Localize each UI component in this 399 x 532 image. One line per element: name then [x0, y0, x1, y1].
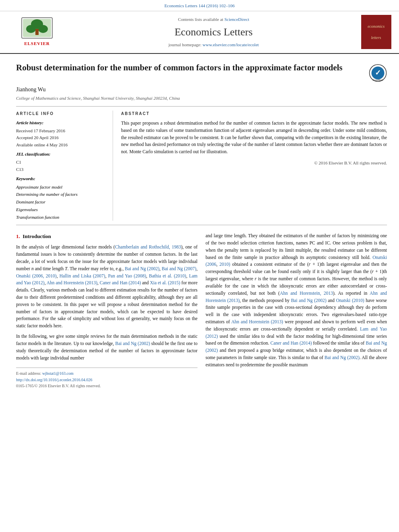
received-line: Received 17 February 2016 [16, 127, 105, 135]
body-right-column: and large time length. They obtained the… [206, 232, 387, 389]
ref-bai-ng-2007[interactable]: Bai and Ng (2007) [162, 266, 196, 271]
keyword-5: Transformation function [16, 214, 105, 221]
svg-text:✓: ✓ [375, 69, 381, 77]
ref-onatski-2006[interactable]: Onatski (2006 [206, 255, 387, 267]
section1-para2: In the following, we give some simple re… [16, 333, 197, 362]
article-info-heading: ARTICLE INFO [16, 111, 105, 117]
footnote-area: E-mail address: wjhstat1@163.com http://… [16, 368, 197, 389]
abstract-text: This paper proposes a robust determinati… [121, 120, 387, 156]
homepage-url[interactable]: www.elsevier.com/locate/ecolet [203, 42, 259, 47]
and-connector-1: and [220, 348, 226, 353]
elsevier-logo: ELSEVIER [21, 17, 53, 47]
abstract-copyright: © 2016 Elsevier B.V. All rights reserved… [121, 160, 387, 166]
keyword-1: Approximate factor model [16, 183, 105, 191]
accepted-line: Accepted 20 April 2016 [16, 134, 105, 142]
rights-line: 0165-1765/© 2016 Elsevier B.V. All right… [16, 383, 197, 389]
info-section: ARTICLE INFO Article history: Received 1… [16, 106, 387, 225]
journal-header: ELSEVIER Contents lists available at Sci… [0, 11, 399, 54]
jel-label: JEL classification: [16, 151, 105, 158]
keywords-label: Keywords: [16, 175, 105, 183]
ref-ahn-horenstein-2013[interactable]: Ahn and Horenstein (2013) [47, 280, 97, 285]
keyword-4: Eigenvalues [16, 206, 105, 214]
contents-line: Contents lists available at ScienceDirec… [73, 16, 354, 23]
section1-title-text: Introduction [23, 233, 51, 239]
sciencedirect-link[interactable]: ScienceDirect [224, 17, 249, 22]
doi-link[interactable]: http://dx.doi.org/10.1016/j.econlet.2016… [16, 378, 93, 382]
page: Economics Letters 144 (2016) 102–106 ELS… [0, 0, 399, 532]
section1-title: 1. Introduction [16, 232, 197, 240]
journal-cover-area: economics letters [358, 14, 394, 50]
article-content: Robust determination for the number of c… [0, 54, 399, 397]
keyword-3: Dominant factor [16, 198, 105, 206]
body-left-column: 1. Introduction In the analysis of large… [16, 232, 197, 389]
article-title-section: Robust determination for the number of c… [16, 62, 387, 82]
article-info-col: ARTICLE INFO Article history: Received 1… [16, 111, 113, 221]
right-para1: and large time length. They obtained the… [206, 232, 387, 368]
ref-ahn-hor-2013c[interactable]: Ahn and Horenstein (2013) [231, 319, 283, 324]
ref-caner-han-2014[interactable]: Caner and Han (2014) [270, 341, 312, 345]
journal-title: Economics Letters [73, 24, 354, 40]
svg-point-3 [38, 25, 48, 33]
history-label: Article history: [16, 119, 105, 127]
ref-bai-ng-2002[interactable]: Bai and Ng (2002) [125, 266, 159, 271]
ref-xia[interactable]: Xia et al. (2015) [150, 280, 180, 285]
keyword-2: Determining the number of factors [16, 191, 105, 198]
body-columns: 1. Introduction In the analysis of large… [16, 232, 387, 389]
ref-lam-yao-2012[interactable]: Lam and Yao (2012) [206, 327, 387, 339]
ref-hallin[interactable]: Hallin and Liska (2007) [60, 273, 105, 278]
author-name: Jianhong Wu [16, 85, 387, 94]
doi-line: http://dx.doi.org/10.1016/j.econlet.2016… [16, 377, 197, 383]
ref-onatski-2010[interactable]: 2010) [220, 262, 230, 267]
ref-ahn-hor-2013a[interactable]: Ahn and Horenstein, 2013 [280, 291, 333, 296]
author-affiliation: College of Mathematics and Science, Shan… [16, 95, 387, 102]
ref-bai-ng-2002c[interactable]: Bai and Ng (2002) [291, 298, 326, 303]
abstract-col: ABSTRACT This paper proposes a robust de… [113, 111, 387, 221]
ref-bathia[interactable]: Bathia et al. (2010) [149, 273, 186, 278]
homepage-line: journal homepage: www.elsevier.com/locat… [73, 41, 354, 48]
homepage-label: journal homepage: [169, 42, 202, 47]
ref-chamberlain[interactable]: Chamberlain and Rothschild, 1983 [115, 244, 181, 249]
ref-onatski[interactable]: Onatski (2006, 2010) [16, 273, 57, 278]
elsevier-brand-text: ELSEVIER [24, 40, 50, 47]
section1-num: 1. [16, 233, 20, 239]
ref-bai-ng-2002e[interactable]: Bai and Ng (2002) [325, 355, 360, 360]
svg-rect-4 [35, 29, 39, 35]
jel-c1: C1 [16, 159, 105, 166]
elsevier-tree-icon [21, 17, 53, 39]
journal-ref: Economics Letters 144 (2016) 102–106 [165, 3, 235, 8]
ref-pan-yao[interactable]: Pan and Yao (2008) [108, 273, 146, 278]
online-line: Available online 4 May 2016 [16, 142, 105, 149]
email-label: E-mail address: [16, 371, 41, 376]
svg-point-2 [26, 25, 36, 33]
article-title: Robust determination for the number of c… [16, 62, 343, 73]
svg-text:CrossMark: CrossMark [372, 79, 383, 81]
crossmark-logo-icon: ✓ CrossMark [369, 64, 387, 82]
journal-top-bar: Economics Letters 144 (2016) 102–106 [0, 0, 399, 11]
email-footnote: E-mail address: wjhstat1@163.com [16, 370, 197, 377]
elsevier-logo-area: ELSEVIER [5, 14, 69, 50]
keywords-list: Approximate factor model Determining the… [16, 183, 105, 221]
abstract-heading: ABSTRACT [121, 111, 387, 117]
section1-para1: In the analysis of large dimensional fac… [16, 244, 197, 330]
contents-label: Contents lists available at [178, 17, 223, 22]
ref-bai-ng-2002b[interactable]: Bai and Ng (2002) [115, 341, 150, 346]
journal-cover-thumb: economics letters [361, 15, 391, 49]
ref-caner-han[interactable]: Caner and Han (2014) [100, 280, 141, 285]
journal-header-center: Contents lists available at ScienceDirec… [69, 14, 358, 50]
jel-c13: C13 [16, 166, 105, 173]
email-link[interactable]: wjhstat1@163.com [42, 371, 74, 376]
ref-onatski-2010b[interactable]: Onatski (2010) [336, 298, 364, 303]
